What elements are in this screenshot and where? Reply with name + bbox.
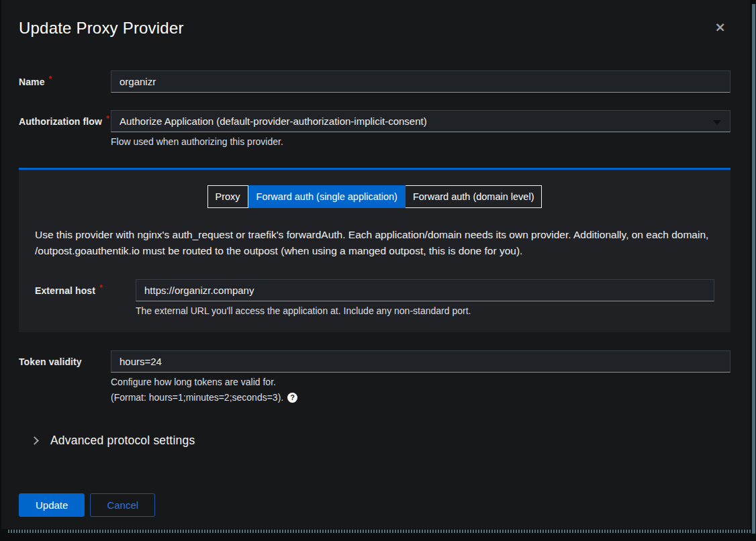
modal-footer: Update Cancel — [19, 493, 730, 517]
authorization-flow-control: Authorize Application (default-provider-… — [111, 110, 730, 148]
external-host-control: The external URL you'll access the appli… — [136, 279, 714, 317]
token-validity-format-text: (Format: hours=1;minutes=2;seconds=3). — [111, 392, 283, 403]
external-host-label-text: External host — [35, 285, 95, 296]
window-frame-right — [752, 4, 755, 534]
proxy-mode-toggle-group: Proxy Forward auth (single application) … — [35, 185, 714, 208]
chevron-right-icon — [30, 436, 39, 445]
name-control — [111, 70, 730, 93]
token-validity-help-2: (Format: hours=1;minutes=2;seconds=3). ? — [111, 392, 730, 403]
tab-forward-auth-domain[interactable]: Forward auth (domain level) — [406, 185, 542, 208]
authorization-flow-select[interactable]: Authorize Application (default-provider-… — [111, 110, 730, 132]
modal-body: Name * Authorization flow * Authorize Ap… — [1, 70, 750, 517]
authorization-flow-help: Flow used when authorizing this provider… — [111, 136, 730, 148]
authorization-flow-label: Authorization flow * — [19, 110, 111, 132]
question-circle-icon[interactable]: ? — [287, 393, 297, 403]
close-icon[interactable]: × — [714, 20, 726, 34]
advanced-protocol-settings-toggle[interactable]: Advanced protocol settings — [19, 434, 195, 448]
advanced-protocol-settings-label: Advanced protocol settings — [50, 434, 195, 448]
required-asterisk: * — [106, 114, 109, 124]
token-validity-row: Token validity Configure how long tokens… — [19, 350, 730, 403]
window-frame-bottom — [8, 530, 751, 533]
proxy-mode-card: Proxy Forward auth (single application) … — [19, 168, 730, 332]
external-host-input[interactable] — [136, 279, 714, 301]
chevron-down-icon — [713, 120, 721, 125]
required-asterisk: * — [49, 75, 52, 84]
token-validity-control: Configure how long tokens are valid for.… — [111, 350, 730, 403]
external-host-help: The external URL you'll access the appli… — [136, 305, 714, 317]
screen-background: Update Proxy Provider × Name * Authoriza… — [0, 0, 756, 541]
name-label: Name * — [19, 70, 111, 93]
name-label-text: Name — [19, 77, 45, 87]
external-host-row: External host * The external URL you'll … — [35, 279, 714, 317]
token-validity-input[interactable] — [111, 350, 730, 373]
mode-description: Use this provider with nginx's auth_requ… — [35, 227, 713, 259]
tab-proxy[interactable]: Proxy — [207, 185, 248, 208]
tab-forward-auth-single[interactable]: Forward auth (single application) — [248, 185, 406, 208]
authorization-flow-row: Authorization flow * Authorize Applicati… — [19, 110, 730, 148]
required-asterisk: * — [99, 283, 103, 293]
authorization-flow-selected-value: Authorize Application (default-provider-… — [120, 115, 427, 127]
token-validity-label: Token validity — [19, 350, 111, 373]
update-proxy-provider-modal: Update Proxy Provider × Name * Authoriza… — [1, 0, 750, 529]
authorization-flow-label-text: Authorization flow — [19, 116, 102, 127]
name-field-row: Name * — [19, 70, 730, 93]
external-host-label: External host * — [35, 279, 136, 301]
update-button[interactable]: Update — [19, 493, 85, 517]
modal-title: Update Proxy Provider — [19, 19, 733, 38]
cancel-button[interactable]: Cancel — [90, 493, 155, 517]
token-validity-label-text: Token validity — [19, 356, 82, 367]
name-input[interactable] — [111, 70, 730, 93]
token-validity-help-1: Configure how long tokens are valid for. — [111, 377, 730, 388]
modal-header: Update Proxy Provider × — [1, 0, 750, 38]
